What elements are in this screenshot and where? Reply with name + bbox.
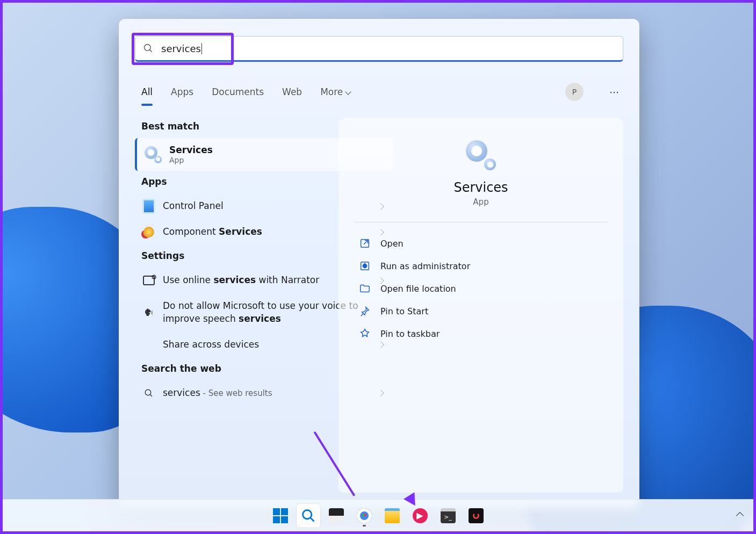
search-icon xyxy=(143,43,154,54)
folder-icon xyxy=(359,283,371,294)
taskbar-explorer[interactable] xyxy=(380,504,404,528)
action-open[interactable]: Open xyxy=(349,232,613,255)
taskbar-search-button[interactable] xyxy=(297,504,320,528)
start-search-panel: services All Apps Documents Web More P ⋯… xyxy=(119,19,639,509)
chevron-up-icon xyxy=(736,511,744,519)
detail-subtitle: App xyxy=(349,197,613,207)
svg-line-3 xyxy=(150,394,152,396)
action-open-location[interactable]: Open file location xyxy=(349,277,613,300)
svg-line-7 xyxy=(310,517,314,521)
detail-preview-card: Services App Open Run as administrator O… xyxy=(339,118,623,493)
chrome-icon xyxy=(357,508,372,523)
taskbar-app-1[interactable]: ▶ xyxy=(408,504,432,528)
svg-point-6 xyxy=(303,510,311,518)
action-pin-taskbar[interactable]: Pin to taskbar xyxy=(349,322,613,345)
windows-logo-icon xyxy=(273,508,288,523)
pin-icon xyxy=(359,305,371,317)
action-pin-start[interactable]: Pin to Start xyxy=(349,300,613,322)
best-match-subtitle: App xyxy=(169,156,213,164)
svg-point-2 xyxy=(145,389,151,395)
services-icon-large xyxy=(466,140,496,170)
search-filter-tabs: All Apps Documents Web More P ⋯ xyxy=(135,78,623,106)
search-query-text: services xyxy=(161,43,202,54)
desktop-wallpaper: services All Apps Documents Web More P ⋯… xyxy=(3,3,753,531)
terminal-icon: >_ xyxy=(441,508,456,523)
speech-icon: 🗣 xyxy=(142,306,155,319)
app-icon: ▶ xyxy=(413,508,428,523)
taskbar-start-button[interactable] xyxy=(269,504,292,528)
tab-all[interactable]: All xyxy=(140,81,154,103)
taskbar-terminal[interactable]: >_ xyxy=(436,504,460,528)
detail-title: Services xyxy=(349,180,613,195)
divider xyxy=(355,222,607,222)
svg-point-0 xyxy=(145,45,151,51)
monitor-icon xyxy=(143,276,155,285)
tab-documents[interactable]: Documents xyxy=(211,81,265,103)
component-services-icon xyxy=(143,227,154,237)
taskbar-taskview[interactable] xyxy=(325,504,348,528)
control-panel-icon xyxy=(142,199,155,214)
tab-apps[interactable]: Apps xyxy=(170,81,195,103)
action-run-admin[interactable]: Run as administrator xyxy=(349,255,613,277)
svg-line-1 xyxy=(150,50,152,52)
best-match-title: Services xyxy=(169,145,213,155)
search-icon xyxy=(142,387,155,400)
shield-icon xyxy=(359,260,371,272)
taskview-icon xyxy=(329,508,344,523)
tab-more[interactable]: More xyxy=(319,81,351,103)
user-avatar[interactable]: P xyxy=(565,83,584,101)
search-input[interactable]: services xyxy=(135,36,623,62)
taskbar: ▶ >_ xyxy=(3,499,753,531)
taskbar-app-2[interactable] xyxy=(464,504,488,528)
taskbar-chrome[interactable] xyxy=(352,504,376,528)
ellipsis-icon: ⋯ xyxy=(609,86,620,98)
open-icon xyxy=(359,237,371,249)
pin-icon xyxy=(359,328,371,340)
search-icon xyxy=(301,508,316,523)
folder-icon xyxy=(385,508,400,523)
chevron-down-icon xyxy=(345,89,351,95)
services-icon xyxy=(145,146,162,163)
system-tray-expand[interactable] xyxy=(737,513,743,518)
tab-web[interactable]: Web xyxy=(281,81,303,103)
app-icon xyxy=(469,508,484,523)
more-options-button[interactable]: ⋯ xyxy=(606,83,623,100)
blank-icon xyxy=(142,338,155,351)
